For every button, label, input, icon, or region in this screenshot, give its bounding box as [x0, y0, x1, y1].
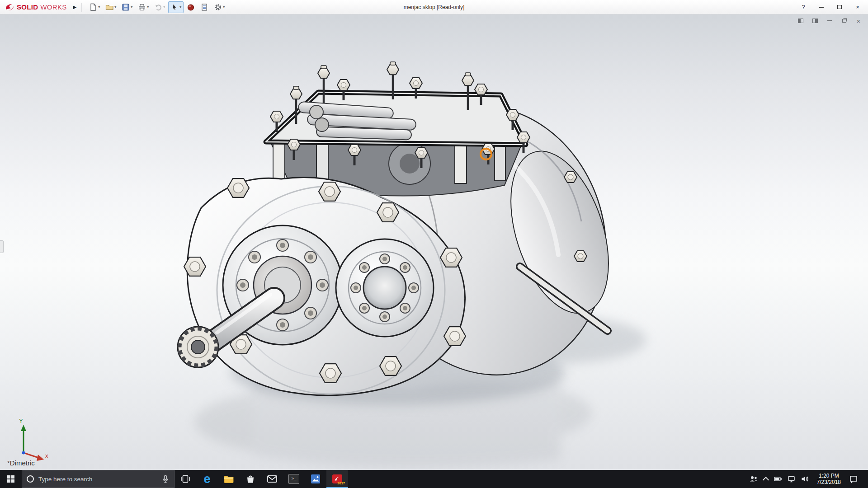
document-window-controls: × — [797, 18, 862, 23]
solidworks-taskbar-button[interactable]: 2017 — [326, 470, 348, 488]
minimize-button[interactable] — [818, 4, 825, 11]
network-icon[interactable] — [788, 475, 795, 483]
action-center-icon[interactable] — [849, 475, 858, 483]
file-explorer-button[interactable] — [218, 470, 240, 488]
people-icon[interactable] — [749, 475, 758, 483]
solidworks-version-badge: 2017 — [337, 481, 345, 485]
doc-pane-right-button[interactable] — [812, 18, 818, 23]
windows-logo-icon — [7, 475, 14, 483]
task-view-button[interactable] — [175, 470, 196, 488]
chevron-down-icon[interactable]: ▾ — [147, 5, 149, 9]
mail-button[interactable] — [261, 470, 283, 488]
pinned-apps: e >_ — [175, 470, 348, 488]
mail-icon — [267, 474, 278, 484]
open-button[interactable]: ▾ — [103, 1, 118, 13]
new-document-icon — [89, 3, 97, 11]
taskbar-search[interactable]: Type here to search — [22, 470, 175, 488]
start-button[interactable] — [0, 470, 22, 488]
doc-restore-icon — [842, 19, 846, 23]
store-icon — [245, 474, 256, 484]
pane-right-icon — [812, 19, 818, 23]
undo-arrow-icon — [154, 3, 162, 11]
taskbar-clock[interactable]: 1:20 PM 7/23/2018 — [815, 473, 843, 485]
undo-button[interactable]: ▾ — [152, 1, 167, 13]
rebuild-button[interactable] — [184, 1, 197, 13]
doc-pane-left-button[interactable] — [797, 18, 804, 23]
doc-minimize-icon — [827, 20, 832, 21]
triad-y-label: Y — [19, 418, 23, 424]
open-folder-icon — [105, 3, 113, 11]
save-floppy-icon — [122, 3, 130, 11]
edge-button[interactable]: e — [196, 470, 218, 488]
doc-restore-button[interactable] — [841, 18, 847, 23]
clock-date: 7/23/2018 — [817, 479, 841, 485]
hidden-icons-chevron[interactable] — [763, 477, 769, 483]
doc-minimize-button[interactable] — [826, 18, 833, 23]
pane-left-icon — [798, 19, 803, 23]
window-controls: ? × — [800, 4, 868, 11]
orientation-triad: Y x — [19, 418, 48, 461]
help-button[interactable]: ? — [800, 4, 807, 11]
file-properties-icon — [200, 3, 208, 11]
select-button[interactable]: ▾ — [168, 1, 184, 13]
file-explorer-icon — [223, 474, 234, 484]
chevron-down-icon[interactable]: ▾ — [98, 5, 100, 9]
title-bar: SOLIDWORKS ▶ ▾ ▾ — [0, 0, 868, 14]
brand-solid: SOLID — [17, 3, 38, 11]
printer-icon — [138, 3, 146, 11]
triad-x-label: x — [45, 452, 48, 459]
doc-close-button[interactable]: × — [855, 18, 862, 23]
chevron-down-icon[interactable]: ▾ — [114, 5, 116, 9]
cortana-icon — [27, 475, 34, 483]
volume-icon[interactable] — [801, 475, 809, 483]
output-flange — [336, 239, 434, 337]
options-button[interactable]: ▾ — [212, 1, 227, 13]
print-button[interactable]: ▾ — [136, 1, 151, 13]
menu-expand-arrow[interactable]: ▶ — [70, 4, 80, 10]
toolbar-separator — [81, 3, 82, 12]
main-toolbar: ▾ ▾ ▾ — [87, 1, 227, 13]
chevron-down-icon[interactable]: ▾ — [179, 5, 181, 9]
microphone-icon[interactable] — [161, 475, 170, 483]
clock-time: 1:20 PM — [817, 473, 841, 479]
document-title: menjac sklop [Read-only] — [404, 4, 465, 10]
command-prompt-icon: >_ — [288, 474, 299, 484]
rebuild-icon — [187, 3, 195, 11]
photos-button[interactable] — [305, 470, 326, 488]
task-view-icon — [180, 474, 191, 484]
dassault-logo-icon — [5, 3, 14, 11]
file-properties-button[interactable] — [198, 1, 211, 13]
chevron-down-icon[interactable]: ▾ — [131, 5, 132, 9]
view-orientation-label: *Dimetric — [7, 459, 35, 467]
edge-icon: e — [203, 473, 210, 485]
select-cursor-icon — [170, 3, 179, 11]
graphics-viewport[interactable]: × — [0, 14, 868, 470]
system-tray: 1:20 PM 7/23/2018 — [749, 470, 868, 488]
new-document-button[interactable]: ▾ — [87, 1, 102, 13]
command-prompt-button[interactable]: >_ — [283, 470, 305, 488]
chevron-down-icon[interactable]: ▾ — [163, 5, 165, 9]
close-button[interactable]: × — [854, 4, 861, 11]
maximize-button[interactable] — [836, 4, 843, 11]
minimize-icon — [819, 7, 824, 8]
search-placeholder: Type here to search — [38, 476, 157, 483]
save-button[interactable]: ▾ — [119, 1, 135, 13]
chevron-down-icon[interactable]: ▾ — [223, 5, 225, 9]
taskbar: Type here to search e — [0, 470, 868, 488]
battery-icon[interactable] — [774, 475, 782, 483]
gearbox-model: Y x *Dimetric — [0, 28, 868, 470]
solidworks-logo: SOLIDWORKS — [0, 3, 70, 11]
store-button[interactable] — [240, 470, 261, 488]
photos-icon — [310, 474, 321, 484]
maximize-icon — [837, 5, 842, 9]
gear-icon — [214, 3, 222, 11]
brand-works: WORKS — [40, 3, 66, 11]
